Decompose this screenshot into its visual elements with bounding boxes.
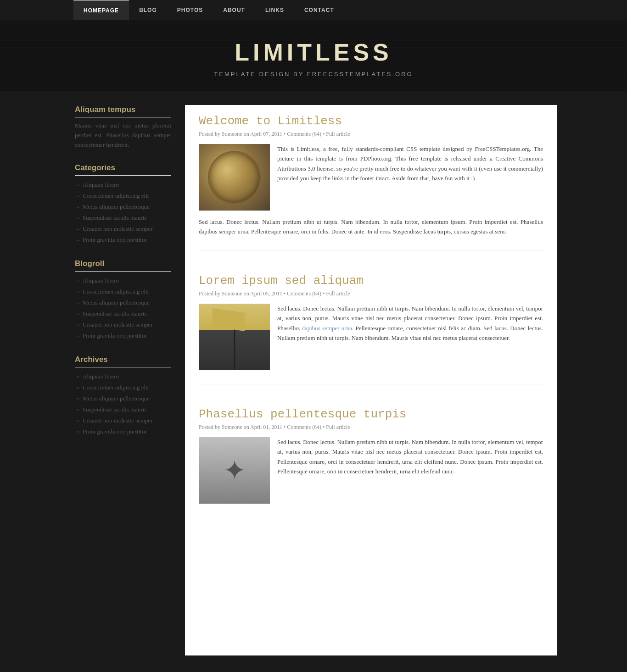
on-label: on xyxy=(244,424,249,430)
sidebar-intro-heading: Aliquam tempus xyxy=(75,105,171,117)
post-1: Welcome to Limitless Posted by Someone o… xyxy=(199,114,543,251)
posted-by-label: Posted by xyxy=(199,290,220,297)
list-item[interactable]: Metus aliquam pellentesque xyxy=(75,297,171,308)
sidebar-blogroll: Blogroll Aliquam libero Consectetuer adi… xyxy=(75,259,171,341)
sidebar-blogroll-list: Aliquam libero Consectetuer adipiscing e… xyxy=(75,275,171,341)
post-1-full-article[interactable]: Full article xyxy=(326,131,350,137)
post-3: Phasellus pellentesque turpis Posted by … xyxy=(199,407,543,517)
sidebar-archives-heading: Archives xyxy=(75,355,171,367)
nav-contact[interactable]: CONTACT xyxy=(294,0,344,20)
post-3-text: Sed lacus. Donec lectus. Nullam pretium … xyxy=(277,437,543,504)
site-subtitle: TEMPLATE DESIGN BY FREECSSTEMPLATES.ORG xyxy=(0,71,627,78)
list-item[interactable]: Suspendisse iaculis mauris xyxy=(75,308,171,319)
sidebar-categories-list: Aliquam libero Consectetuer adipiscing e… xyxy=(75,179,171,245)
post-3-full-article[interactable]: Full article xyxy=(326,424,350,430)
on-label: on xyxy=(244,131,249,137)
post-1-comments[interactable]: Comments (64) xyxy=(287,131,321,137)
list-item[interactable]: Suspendisse iaculis mauris xyxy=(75,404,171,415)
sidebar-intro: Aliquam tempus Mauris vitae nisl nec met… xyxy=(75,105,171,150)
nav-links[interactable]: LINKS xyxy=(255,0,294,20)
nav-about[interactable]: ABOUT xyxy=(213,0,255,20)
nav-blog[interactable]: BLOG xyxy=(129,0,167,20)
list-item[interactable]: Suspendisse iaculis mauris xyxy=(75,212,171,223)
sidebar-categories: Categories Aliquam libero Consectetuer a… xyxy=(75,163,171,245)
site-header: LIMITLESS TEMPLATE DESIGN BY FREECSSTEMP… xyxy=(0,20,627,91)
list-item[interactable]: Metus aliquam pellentesque xyxy=(75,201,171,212)
post-1-image xyxy=(199,144,270,211)
post-2-comments[interactable]: Comments (64) xyxy=(287,290,321,297)
list-item[interactable]: Metus aliquam pellentesque xyxy=(75,393,171,404)
post-1-body: This is Limitless, a free, fully standar… xyxy=(199,144,543,211)
list-item[interactable]: Aliquam libero xyxy=(75,371,171,382)
post-2-title[interactable]: Lorem ipsum sed aliquam xyxy=(199,274,543,288)
post-2-author[interactable]: Someone xyxy=(222,290,242,297)
list-item[interactable]: Proin gravida orci porttitor xyxy=(75,234,171,245)
post-2: Lorem ipsum sed aliquam Posted by Someon… xyxy=(199,274,543,384)
post-2-date: April 05, 2011 xyxy=(250,290,282,297)
list-item[interactable]: Aliquam libero xyxy=(75,179,171,190)
list-item[interactable]: Consectetuer adipiscing elit xyxy=(75,382,171,393)
page-wrapper: Aliquam tempus Mauris vitae nisl nec met… xyxy=(70,91,557,669)
post-3-body: Sed lacus. Donec lectus. Nullam pretium … xyxy=(199,437,543,504)
post-3-title[interactable]: Phasellus pellentesque turpis xyxy=(199,407,543,421)
list-item[interactable]: Aliquam libero xyxy=(75,275,171,286)
post-3-meta: Posted by Someone on April 01, 2011 • Co… xyxy=(199,424,543,431)
sidebar-archives: Archives Aliquam libero Consectetuer adi… xyxy=(75,355,171,437)
list-item[interactable]: Urnanet non molestie semper xyxy=(75,415,171,426)
list-item[interactable]: Proin gravida orci porttitor xyxy=(75,426,171,437)
post-3-image xyxy=(199,437,270,504)
post-2-text: Sed lacus. Donec lectus. Nullam pretium … xyxy=(277,304,543,370)
on-label: on xyxy=(244,290,249,297)
post-1-body-text: Sed lacus. Donec lectus. Nullam pretium … xyxy=(199,217,543,237)
post-2-image xyxy=(199,304,270,370)
post-3-author[interactable]: Someone xyxy=(222,424,242,430)
list-item[interactable]: Consectetuer adipiscing elit xyxy=(75,286,171,297)
post-1-author[interactable]: Someone xyxy=(222,131,242,137)
post-2-body: Sed lacus. Donec lectus. Nullam pretium … xyxy=(199,304,543,370)
list-item[interactable]: Proin gravida orci porttitor xyxy=(75,330,171,341)
post-3-date: April 01, 2011 xyxy=(250,424,282,430)
list-item[interactable]: Urnanet non molestie semper xyxy=(75,223,171,234)
nav-homepage[interactable]: HOMEPAGE xyxy=(73,0,129,20)
sidebar-archives-list: Aliquam libero Consectetuer adipiscing e… xyxy=(75,371,171,437)
main-content: Welcome to Limitless Posted by Someone o… xyxy=(185,105,557,655)
posted-by-label: Posted by xyxy=(199,131,220,137)
post-1-meta: Posted by Someone on April 07, 2011 • Co… xyxy=(199,131,543,138)
main-nav: HOMEPAGE BLOG PHOTOS ABOUT LINKS CONTACT xyxy=(0,0,627,20)
nav-photos[interactable]: PHOTOS xyxy=(167,0,213,20)
post-2-full-article[interactable]: Full article xyxy=(326,290,350,297)
post-2-meta: Posted by Someone on April 05, 2011 • Co… xyxy=(199,290,543,297)
posted-by-label: Posted by xyxy=(199,424,220,430)
post-1-intro-text: This is Limitless, a free, fully standar… xyxy=(277,144,543,211)
list-item[interactable]: Urnanet non molestie semper xyxy=(75,319,171,330)
post-2-link[interactable]: dapibus semper urna. xyxy=(302,325,353,332)
site-title: LIMITLESS xyxy=(0,39,627,66)
post-1-title[interactable]: Welcome to Limitless xyxy=(199,114,543,128)
sidebar-intro-text: Mauris vitae nisl nec metus placerat per… xyxy=(75,121,171,150)
sidebar: Aliquam tempus Mauris vitae nisl nec met… xyxy=(70,105,171,655)
sidebar-categories-heading: Categories xyxy=(75,163,171,176)
post-3-comments[interactable]: Comments (64) xyxy=(287,424,321,430)
post-1-date: April 07, 2011 xyxy=(250,131,282,137)
sidebar-blogroll-heading: Blogroll xyxy=(75,259,171,272)
list-item[interactable]: Consectetuer adipiscing elit xyxy=(75,190,171,201)
